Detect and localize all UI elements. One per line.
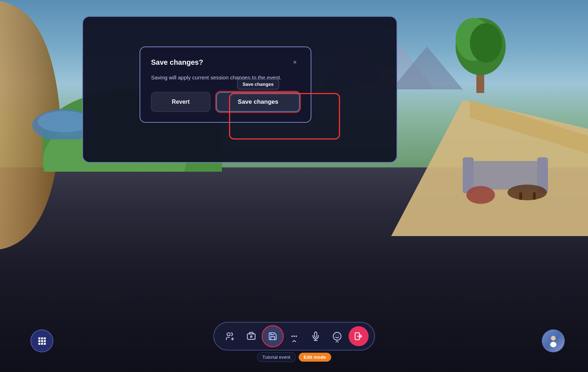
furniture: [459, 140, 559, 205]
svg-rect-41: [38, 343, 40, 344]
svg-rect-35: [38, 337, 40, 339]
svg-rect-36: [41, 337, 43, 339]
svg-point-30: [333, 332, 341, 340]
chevron-up-small-icon: [335, 341, 339, 343]
svg-point-45: [550, 342, 557, 347]
emoji-button[interactable]: [327, 326, 347, 346]
chevron-up-icon: [292, 340, 296, 343]
svg-point-26: [293, 336, 295, 337]
save-icon: [268, 332, 277, 341]
svg-rect-40: [44, 340, 45, 342]
svg-rect-17: [519, 192, 522, 200]
svg-point-27: [296, 336, 297, 337]
leave-icon: [354, 332, 363, 341]
status-bar: Tutorial event Edit mode: [257, 352, 331, 362]
svg-point-25: [291, 336, 292, 337]
dialog-header: Save changes? ×: [151, 57, 300, 67]
presenter-icon: [225, 332, 234, 341]
svg-point-16: [507, 185, 547, 200]
avatar-icon: [543, 330, 564, 352]
save-tooltip: Save changes: [237, 79, 279, 89]
microphone-button[interactable]: [306, 326, 326, 346]
svg-rect-39: [41, 340, 43, 342]
svg-point-46: [551, 336, 556, 341]
mic-icon: [311, 332, 320, 341]
svg-point-19: [466, 186, 495, 204]
more-button[interactable]: [284, 326, 304, 346]
toolbar-pill: [213, 322, 375, 351]
more-icon: [291, 333, 298, 340]
dialog-title: Save changes?: [151, 58, 203, 67]
svg-rect-37: [44, 337, 45, 339]
svg-rect-18: [533, 192, 536, 200]
svg-rect-43: [44, 343, 45, 344]
svg-point-7: [470, 23, 502, 63]
grid-icon: [37, 336, 47, 346]
dialog-actions: Revert Save changes Save changes: [151, 92, 300, 112]
save-toolbar-button[interactable]: [263, 326, 283, 346]
emoji-icon: [332, 332, 342, 341]
revert-button[interactable]: Revert: [151, 92, 210, 112]
svg-rect-38: [38, 340, 40, 342]
avatar-button[interactable]: [542, 329, 565, 352]
svg-rect-14: [463, 157, 473, 193]
leave-button[interactable]: [349, 326, 369, 346]
svg-point-24: [250, 336, 252, 337]
svg-rect-23: [247, 334, 255, 339]
save-changes-button[interactable]: Save changes Save changes: [216, 92, 300, 112]
media-button[interactable]: [241, 326, 261, 346]
media-icon: [247, 332, 256, 341]
confirm-dialog: Save changes? × Saving will apply curren…: [140, 46, 311, 123]
bottom-toolbar: [213, 322, 375, 351]
event-label: Tutorial event: [257, 352, 296, 362]
close-button[interactable]: ×: [290, 57, 300, 67]
mode-badge: Edit mode: [298, 353, 331, 362]
presenter-button[interactable]: [220, 326, 240, 346]
grid-menu-button[interactable]: [30, 329, 53, 352]
svg-rect-42: [41, 343, 43, 344]
svg-point-20: [227, 333, 230, 336]
